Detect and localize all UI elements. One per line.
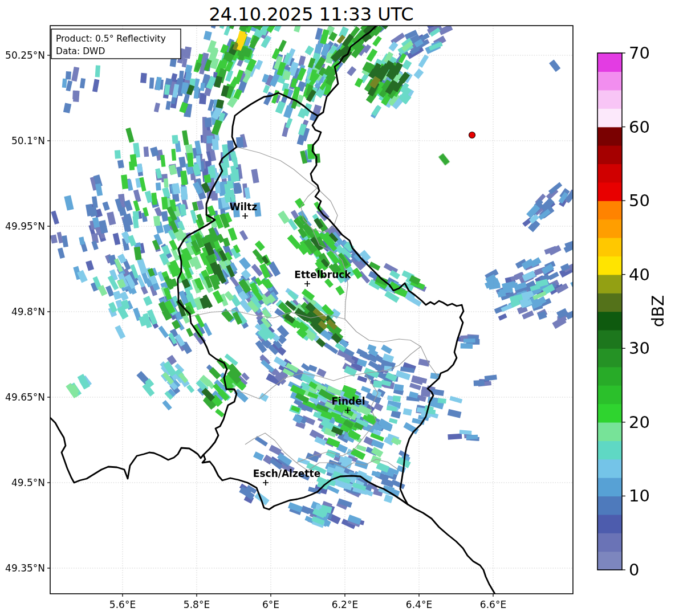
radar-echo-cell xyxy=(161,211,168,222)
radar-echo-cell xyxy=(172,135,178,144)
radar-echo-cell xyxy=(573,260,587,271)
radar-site-layer xyxy=(469,132,475,138)
radar-echo-cell xyxy=(154,103,160,112)
colorbar-segment xyxy=(597,275,622,293)
colorbar-segment xyxy=(597,108,622,127)
radar-echo-cell xyxy=(277,325,290,337)
radar-echo-cell xyxy=(205,117,212,127)
radar-echo-cell xyxy=(374,403,384,411)
radar-echo-cell xyxy=(228,227,238,241)
radar-echo-cell xyxy=(287,235,302,250)
colorbar-segment xyxy=(597,348,622,367)
radar-echo-cell xyxy=(136,164,143,173)
colorbar-tick-label: 0 xyxy=(629,560,639,580)
radar-echo-cell xyxy=(144,146,149,157)
colorbar-tick-label: 30 xyxy=(629,338,650,358)
radar-echo-cell xyxy=(263,92,273,105)
colorbar-segment xyxy=(597,330,622,349)
x-tick-label: 6.2°E xyxy=(332,599,358,610)
radar-echo-cell xyxy=(233,182,241,194)
y-tick-label: 49.95°N xyxy=(5,221,45,232)
radar-echo-cell xyxy=(158,326,169,338)
colorbar-tick-label: 50 xyxy=(629,191,650,210)
city-ettelbruck: Ettelbruck xyxy=(294,269,351,287)
radar-echo-cell xyxy=(133,190,141,202)
y-tick-label: 49.65°N xyxy=(5,391,45,403)
radar-echo-layer xyxy=(39,0,600,529)
radar-echo-cell xyxy=(498,313,507,321)
colorbar-tick-label: 60 xyxy=(629,117,650,137)
radar-map-svg: 5.6°E5.8°E6°E6.2°E6.4°E6.6°E50.25°N50.1°… xyxy=(0,0,675,616)
colorbar-segment xyxy=(597,256,622,275)
y-tick-label: 50.25°N xyxy=(5,50,45,61)
axis-layer: 5.6°E5.8°E6°E6.2°E6.4°E6.6°E50.25°N50.1°… xyxy=(5,50,506,610)
radar-echo-cell xyxy=(169,239,178,250)
radar-echo-cell xyxy=(583,255,597,265)
radar-echo-cell xyxy=(466,435,478,439)
x-tick-label: 6.4°E xyxy=(406,599,432,610)
radar-echo-cell xyxy=(572,247,581,254)
radar-echo-cell xyxy=(373,380,382,387)
radar-echo-cell xyxy=(133,200,140,211)
radar-echo-cell xyxy=(115,150,121,159)
radar-echo-cell xyxy=(186,385,194,393)
colorbar-segment xyxy=(597,53,622,72)
radar-echo-cell xyxy=(117,160,124,168)
radar-echo-cell xyxy=(461,343,473,349)
colorbar-segment xyxy=(597,293,622,312)
radar-echo-cell xyxy=(393,395,401,402)
radar-echo-cell xyxy=(165,101,171,110)
colorbar-tick-label: 40 xyxy=(629,265,650,284)
radar-echo-cell xyxy=(384,494,393,503)
radar-echo-cell xyxy=(107,211,116,225)
radar-echo-cell xyxy=(184,47,192,59)
colorbar-segment xyxy=(597,219,622,238)
radar-echo-cell xyxy=(324,342,338,354)
radar-echo-cell xyxy=(86,260,94,271)
radar-echo-cell xyxy=(51,211,59,225)
radar-echo-cell xyxy=(58,247,65,259)
radar-echo-cell xyxy=(449,396,462,403)
x-tick-label: 6°E xyxy=(262,599,279,610)
plot-title: 24.10.2025 11:33 UTC xyxy=(209,3,413,25)
radar-echo-cell xyxy=(150,146,159,157)
radar-echo-cell xyxy=(308,365,317,372)
colorbar-segment xyxy=(597,201,622,219)
colorbar-tick-label: 20 xyxy=(629,413,650,432)
colorbar-segment xyxy=(597,164,622,182)
colorbar-segment xyxy=(597,312,622,331)
info-box-product-line: Product: 0.5° Reflectivity xyxy=(56,34,166,44)
radar-echo-cell xyxy=(502,281,516,290)
radar-echo-cell xyxy=(361,386,371,393)
radar-site-marker xyxy=(469,132,475,138)
colorbar-segment xyxy=(597,385,622,404)
radar-echo-cell xyxy=(574,278,588,289)
radar-echo-cell xyxy=(162,187,170,198)
radar-echo-cell xyxy=(137,258,148,274)
country-border xyxy=(50,418,204,483)
radar-echo-cell xyxy=(304,46,314,55)
radar-echo-cell xyxy=(140,73,147,83)
radar-echo-cell xyxy=(438,153,450,165)
colorbar: 010203040506070 xyxy=(597,43,650,580)
radar-echo-cell xyxy=(230,151,237,162)
radar-echo-cell xyxy=(143,296,152,306)
x-tick-label: 5.8°E xyxy=(184,599,210,610)
radar-echo-cell xyxy=(297,134,306,145)
radar-echo-cell xyxy=(290,78,298,88)
radar-echo-cell xyxy=(272,0,279,1)
colorbar-segment xyxy=(597,90,622,109)
radar-echo-cell xyxy=(121,174,128,189)
radar-echo-cell xyxy=(215,409,225,417)
radar-echo-cell xyxy=(161,197,168,210)
radar-echo-cell xyxy=(413,68,424,79)
radar-echo-cell xyxy=(485,375,497,381)
colorbar-segment xyxy=(597,515,622,533)
radar-echo-cell xyxy=(278,40,287,52)
radar-echo-cell xyxy=(119,207,127,216)
radar-echo-cell xyxy=(335,285,344,296)
radar-echo-cell xyxy=(72,91,78,100)
colorbar-segment xyxy=(597,127,622,146)
radar-echo-cell xyxy=(186,328,193,337)
radar-echo-cell xyxy=(182,130,189,145)
